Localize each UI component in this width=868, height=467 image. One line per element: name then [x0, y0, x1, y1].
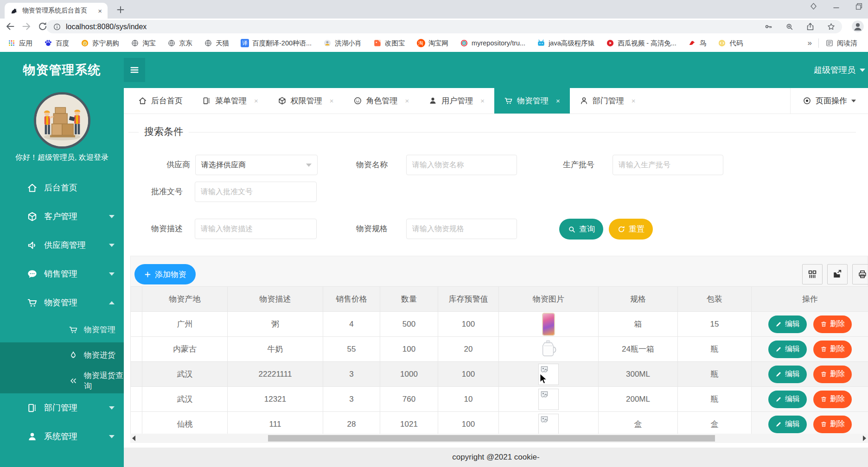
new-tab-button[interactable]	[115, 4, 126, 15]
material-photo-milk-jug	[538, 340, 559, 359]
bookmark-item[interactable]: 京东	[167, 39, 192, 48]
scroll-right-arrow[interactable]	[863, 435, 866, 441]
table-cell: 武汉	[142, 362, 228, 387]
delete-button[interactable]: 删除	[813, 391, 852, 408]
bookmark-item[interactable]: 西瓜视频 - 高清免...	[606, 39, 676, 48]
edit-button[interactable]: 编辑	[768, 366, 807, 383]
supplier-select[interactable]: 请选择供应商	[195, 155, 318, 175]
sidebar-subitem-物资退货查询[interactable]: 物资退货查询	[0, 368, 124, 393]
user-menu[interactable]: 超级管理员	[814, 52, 865, 88]
tab-后台首页[interactable]: 后台首页	[128, 88, 192, 114]
bookmark-item[interactable]: 应用	[7, 39, 32, 48]
browser-profile-button[interactable]	[851, 20, 864, 33]
bookmark-item[interactable]: 改图宝	[373, 39, 405, 48]
tab-角色管理[interactable]: 角色管理×	[344, 88, 419, 114]
sidebar-item-客户管理[interactable]: 客户管理	[0, 202, 124, 231]
query-button[interactable]: 查询	[559, 219, 603, 240]
scrollbar-thumb[interactable]	[268, 435, 715, 442]
delete-button[interactable]: 删除	[813, 341, 852, 358]
tab-close-icon[interactable]: ×	[480, 97, 485, 105]
bookmark-item[interactable]: 淘淘宝网	[417, 39, 449, 48]
table-cell: 760	[380, 387, 438, 412]
bookmark-item[interactable]: 洪湖小肖	[323, 39, 362, 48]
approval-number-input[interactable]	[195, 182, 317, 202]
share-icon[interactable]	[806, 22, 815, 31]
bookmark-item[interactable]: 译百度翻译-200种语...	[241, 39, 312, 48]
sidebar-item-物资管理[interactable]: 物资管理	[0, 288, 124, 317]
production-batch-input[interactable]	[613, 155, 723, 175]
bookmark-item[interactable]: 苏宁易购	[81, 39, 119, 48]
refresh-icon	[617, 225, 625, 234]
tab-close-icon[interactable]: ×	[632, 97, 636, 105]
tab-close-icon[interactable]: ×	[98, 7, 102, 14]
bookmark-item[interactable]: 百度	[44, 39, 69, 48]
bookmarks-bar: 应用百度苏宁易购淘宝京东天猫译百度翻译-200种语...洪湖小肖改图宝淘淘宝网m…	[0, 34, 868, 52]
sidebar-item-供应商管理[interactable]: 供应商管理	[0, 231, 124, 259]
tab-权限管理[interactable]: 权限管理×	[268, 88, 344, 114]
tab-close-icon[interactable]: ×	[556, 97, 560, 105]
tab-label: 部门管理	[593, 95, 624, 106]
tab-用户管理[interactable]: 用户管理×	[419, 88, 494, 114]
bookmarks-overflow-chevron[interactable]: »	[808, 38, 812, 48]
cube-icon	[27, 211, 38, 222]
browser-tab[interactable]: 物资管理系统后台首页 ×	[5, 3, 108, 19]
bookmark-star-icon[interactable]	[827, 22, 836, 31]
back-button[interactable]	[5, 21, 16, 32]
video-play-icon	[606, 39, 614, 47]
bookmark-item[interactable]: 代码	[718, 39, 743, 48]
tab-菜单管理[interactable]: 菜单管理×	[192, 88, 268, 114]
sidebar-subitem-物资进货[interactable]: 物资进货	[0, 342, 124, 368]
scroll-left-arrow[interactable]	[132, 435, 135, 441]
edit-button[interactable]: 编辑	[768, 391, 807, 408]
table-cell: 55	[323, 337, 380, 362]
speaker-icon	[27, 240, 38, 251]
reset-button[interactable]: 重置	[609, 219, 653, 240]
add-material-button[interactable]: 添加物资	[134, 264, 196, 284]
panel-icon	[202, 96, 211, 105]
minimize-icon[interactable]	[832, 2, 841, 11]
export-button[interactable]	[827, 264, 848, 284]
tab-close-icon[interactable]: ×	[330, 97, 334, 105]
key-icon[interactable]	[764, 22, 773, 31]
tab-close-icon[interactable]: ×	[254, 97, 258, 105]
forward-button[interactable]	[21, 21, 32, 32]
material-name-input[interactable]	[406, 155, 517, 175]
page-info-icon[interactable]	[53, 23, 61, 31]
table-cell: 100	[438, 412, 499, 434]
bookmark-item[interactable]: java高级程序猿	[537, 39, 594, 48]
delete-button[interactable]: 删除	[813, 316, 852, 333]
material-spec-input[interactable]	[406, 219, 517, 239]
sidebar-item-系统管理[interactable]: 系统管理	[0, 422, 124, 451]
restore-icon[interactable]	[855, 2, 863, 11]
sidebar-item-销售管理[interactable]: 销售管理	[0, 259, 124, 288]
delete-button[interactable]: 删除	[813, 366, 852, 383]
delete-button[interactable]: 删除	[813, 416, 852, 433]
edit-button[interactable]: 编辑	[768, 341, 807, 358]
material-desc-input[interactable]	[195, 219, 317, 239]
reading-list-button[interactable]: 阅读清	[825, 39, 868, 48]
bookmark-item[interactable]: 鸟	[688, 39, 707, 48]
tab-部门管理[interactable]: 部门管理×	[570, 88, 645, 114]
address-bar[interactable]: localhost:8080/sys/index	[46, 20, 842, 33]
sidebar-toggle-button[interactable]	[124, 58, 145, 82]
tab-物资管理[interactable]: 物资管理×	[494, 88, 570, 114]
chat-icon	[27, 269, 38, 279]
edit-button[interactable]: 编辑	[768, 316, 807, 333]
hamburger-icon	[129, 65, 140, 75]
bookmark-item[interactable]: myrepository/tru...	[460, 39, 525, 47]
bookmark-item[interactable]: 天猫	[204, 39, 229, 48]
tab-close-icon[interactable]: ×	[405, 97, 409, 105]
diamond-control-icon[interactable]	[809, 2, 818, 11]
print-button[interactable]	[852, 264, 868, 284]
table-cell: 100	[438, 312, 499, 337]
material-name-label: 物资名称	[341, 155, 388, 175]
page-operations-menu[interactable]: 页面操作	[790, 88, 868, 114]
sidebar-subitem-物资管理[interactable]: 物资管理	[0, 317, 124, 342]
columns-button[interactable]	[802, 264, 823, 284]
sidebar-item-部门管理[interactable]: 部门管理	[0, 393, 124, 422]
zoom-in-icon[interactable]	[785, 22, 794, 31]
sidebar-item-后台首页[interactable]: 后台首页	[0, 173, 124, 202]
horizontal-scrollbar[interactable]	[130, 434, 868, 443]
bookmark-item[interactable]: 淘宝	[131, 39, 156, 48]
edit-button[interactable]: 编辑	[768, 416, 807, 433]
